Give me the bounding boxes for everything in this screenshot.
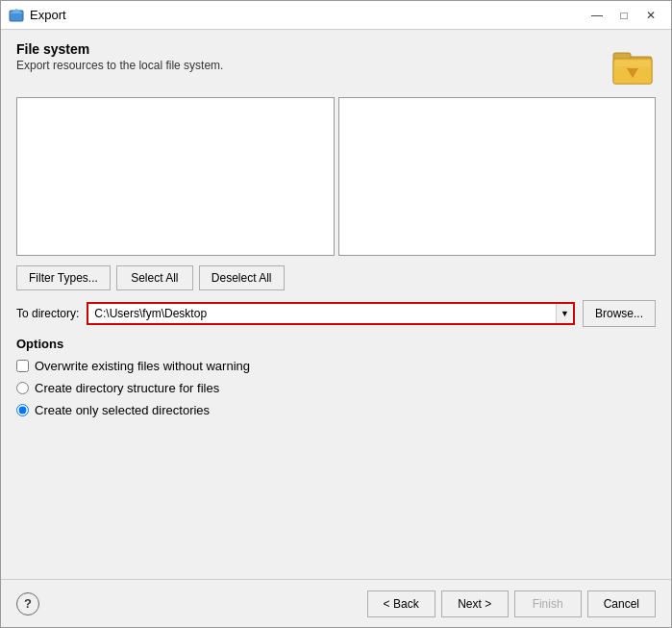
selected-directories-radio[interactable] xyxy=(16,404,29,416)
close-button[interactable]: ✕ xyxy=(638,6,663,25)
window-icon xyxy=(9,8,24,23)
footer: ? < Back Next > Finish Cancel xyxy=(1,579,671,627)
directory-structure-label[interactable]: Create directory structure for files xyxy=(35,381,219,395)
browse-button[interactable]: Browse... xyxy=(583,300,656,327)
filter-types-button[interactable]: Filter Types... xyxy=(16,265,111,290)
page-title: File system xyxy=(16,41,223,57)
next-button[interactable]: Next > xyxy=(441,590,509,617)
options-section: Options Overwrite existing files without… xyxy=(16,337,656,417)
header-section: File system Export resources to the loca… xyxy=(16,41,656,88)
option-row-selected-directories: Create only selected directories xyxy=(16,403,656,417)
export-window: Export — □ ✕ File system Export resource… xyxy=(0,0,672,628)
cancel-button[interactable]: Cancel xyxy=(587,590,656,617)
svg-rect-5 xyxy=(615,61,650,66)
directory-structure-radio[interactable] xyxy=(16,382,29,394)
options-title: Options xyxy=(16,337,656,351)
help-button[interactable]: ? xyxy=(16,592,39,615)
page-subtitle: Export resources to the local file syste… xyxy=(16,59,223,72)
finish-button[interactable]: Finish xyxy=(514,590,582,617)
maximize-button[interactable]: □ xyxy=(611,6,636,25)
directory-dropdown-arrow[interactable]: ▼ xyxy=(556,304,573,323)
folder-icon xyxy=(610,41,656,88)
svg-rect-3 xyxy=(613,53,631,59)
minimize-button[interactable]: — xyxy=(585,6,610,25)
window-controls: — □ ✕ xyxy=(585,6,663,25)
main-content: File system Export resources to the loca… xyxy=(1,30,671,579)
back-button[interactable]: < Back xyxy=(367,590,436,617)
title-bar: Export — □ ✕ xyxy=(1,1,671,30)
footer-buttons: < Back Next > Finish Cancel xyxy=(367,590,656,617)
directory-input[interactable] xyxy=(88,304,556,323)
directory-label: To directory: xyxy=(16,307,79,320)
overwrite-checkbox[interactable] xyxy=(16,360,29,372)
select-all-button[interactable]: Select All xyxy=(116,265,193,290)
window-title: Export xyxy=(30,8,585,22)
left-panel[interactable] xyxy=(16,97,335,256)
right-panel[interactable] xyxy=(338,97,657,256)
panels-section xyxy=(16,97,656,256)
option-row-overwrite: Overwrite existing files without warning xyxy=(16,359,656,373)
overwrite-label[interactable]: Overwrite existing files without warning xyxy=(35,359,250,373)
directory-input-wrapper: ▼ xyxy=(87,302,575,325)
directory-row: To directory: ▼ Browse... xyxy=(16,300,656,327)
action-buttons: Filter Types... Select All Deselect All xyxy=(16,265,656,290)
header-text: File system Export resources to the loca… xyxy=(16,41,223,72)
option-row-directory-structure: Create directory structure for files xyxy=(16,381,656,395)
deselect-all-button[interactable]: Deselect All xyxy=(199,265,285,290)
selected-directories-label[interactable]: Create only selected directories xyxy=(35,403,210,417)
